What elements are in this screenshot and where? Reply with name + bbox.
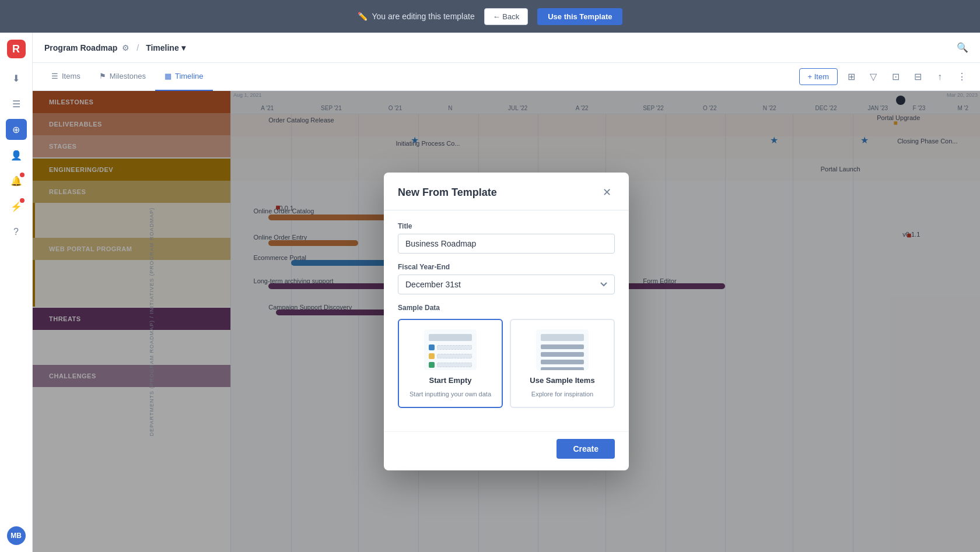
- preview-filled-2: [541, 352, 584, 357]
- sidebar-item-bell[interactable]: 🔔: [6, 170, 27, 191]
- preview-sample-rows: [536, 344, 589, 370]
- tab-milestones-label: Milestones: [110, 72, 146, 80]
- tab-bar: ☰ Items ⚑ Milestones ▦ Timeline + Item ⊞…: [33, 63, 980, 91]
- chevron-down-icon: ▾: [181, 43, 186, 52]
- option-start-empty-name: Start Empty: [429, 376, 472, 385]
- bell-notification-dot: [20, 173, 24, 177]
- sidebar-item-download[interactable]: ⬇: [6, 68, 27, 89]
- flag-icon: ⚑: [99, 72, 106, 80]
- preview-sample-bar-top: [541, 334, 584, 341]
- app-header: Program Roadmap ⚙ / Timeline ▾ 🔍: [33, 33, 980, 63]
- app-shell: R ⬇ ☰ ⊕ 👤 🔔 ⚡ ? MB Program Roadmap ⚙ / T…: [0, 33, 980, 552]
- fiscal-year-select[interactable]: December 31st March 31st June 30th Septe…: [398, 275, 615, 294]
- option-start-empty-desc: Start inputting your own data: [410, 391, 491, 398]
- breadcrumb-project: Program Roadmap: [44, 43, 117, 52]
- fiscal-year-label: Fiscal Year-End: [398, 263, 615, 271]
- back-button[interactable]: ← Back: [484, 8, 528, 25]
- banner-text: ✏️ You are editing this template: [358, 12, 475, 21]
- group-icon[interactable]: ⊡: [887, 68, 904, 86]
- preview-dot-blue: [429, 344, 435, 350]
- preview-row-1: [429, 344, 472, 350]
- top-banner: ✏️ You are editing this template ← Back …: [0, 0, 980, 33]
- timeline-icon: ▦: [164, 72, 172, 80]
- option-use-sample[interactable]: Use Sample Items Explore for inspiration: [510, 319, 615, 408]
- add-item-button[interactable]: + Item: [799, 68, 838, 85]
- modal-header: New From Template ✕: [384, 173, 629, 210]
- banner-editing-text: You are editing this template: [372, 12, 475, 21]
- filter-icon[interactable]: ▽: [864, 68, 882, 86]
- pencil-icon: ✏️: [358, 12, 368, 21]
- bolt-notification-dot: [20, 198, 24, 203]
- left-sidebar: R ⬇ ☰ ⊕ 👤 🔔 ⚡ ? MB: [0, 33, 33, 552]
- layout-icon[interactable]: ⊟: [909, 68, 926, 86]
- sidebar-item-bolt[interactable]: ⚡: [6, 196, 27, 217]
- preview-start-empty: [424, 329, 477, 370]
- preview-sample-row-2: [541, 352, 584, 357]
- tab-milestones[interactable]: ⚑ Milestones: [90, 63, 155, 91]
- sample-options: Start Empty Start inputting your own dat…: [398, 319, 615, 408]
- sidebar-item-help[interactable]: ?: [6, 221, 27, 242]
- preview-row-3: [429, 362, 472, 368]
- preview-sample-row-4: [541, 367, 584, 370]
- preview-dot-yellow: [429, 353, 435, 359]
- preview-filled-4: [541, 367, 584, 370]
- modal-body: Title Fiscal Year-End December 31st Marc…: [384, 210, 629, 431]
- create-button[interactable]: Create: [556, 439, 615, 459]
- timeline-area: DEPARTMENTS (PROGRAM ROADMAP) / INITIATI…: [33, 91, 980, 552]
- sidebar-item-menu[interactable]: ☰: [6, 93, 27, 114]
- more-icon[interactable]: ⋮: [953, 68, 971, 86]
- tab-items-label: Items: [62, 72, 80, 80]
- preview-filled-3: [541, 360, 584, 364]
- modal-title: New From Template: [398, 187, 497, 199]
- preview-line-2: [437, 354, 472, 358]
- preview-line-1: [437, 345, 472, 350]
- sample-data-label: Sample Data: [398, 304, 615, 312]
- option-use-sample-desc: Explore for inspiration: [531, 391, 593, 398]
- preview-bar-top: [429, 334, 472, 341]
- new-from-template-modal: New From Template ✕ Title Fiscal Year-En…: [384, 173, 629, 470]
- preview-filled-1: [541, 344, 584, 349]
- settings-icon[interactable]: ⚙: [122, 43, 130, 52]
- tab-items[interactable]: ☰ Items: [42, 63, 90, 91]
- use-template-button[interactable]: Use this Template: [537, 8, 622, 25]
- breadcrumb-view-label: Timeline: [146, 43, 179, 52]
- option-start-empty[interactable]: Start Empty Start inputting your own dat…: [398, 319, 503, 408]
- preview-sample-row-1: [541, 344, 584, 349]
- title-label: Title: [398, 222, 615, 230]
- tab-actions: + Item ⊞ ▽ ⊡ ⊟ ↑ ⋮: [799, 68, 971, 86]
- sidebar-item-person[interactable]: 👤: [6, 145, 27, 166]
- sidebar-item-circle-menu[interactable]: ⊕: [6, 119, 27, 140]
- tab-timeline[interactable]: ▦ Timeline: [155, 63, 213, 91]
- preview-sample-row-3: [541, 360, 584, 364]
- option-use-sample-name: Use Sample Items: [530, 376, 594, 385]
- export-icon[interactable]: ↑: [931, 68, 949, 86]
- avatar[interactable]: MB: [7, 526, 26, 545]
- modal-overlay: New From Template ✕ Title Fiscal Year-En…: [33, 91, 980, 552]
- modal-close-button[interactable]: ✕: [598, 184, 615, 201]
- breadcrumb-separator: /: [136, 43, 139, 52]
- main-content: Program Roadmap ⚙ / Timeline ▾ 🔍 ☰ Items…: [33, 33, 980, 552]
- list-icon: ☰: [51, 72, 58, 80]
- title-input[interactable]: [398, 234, 615, 254]
- app-logo[interactable]: R: [7, 40, 26, 58]
- tab-timeline-label: Timeline: [175, 72, 204, 80]
- preview-row-2: [429, 353, 472, 359]
- preview-line-3: [437, 363, 472, 367]
- modal-footer: Create: [384, 431, 629, 470]
- filter-columns-icon[interactable]: ⊞: [842, 68, 860, 86]
- preview-use-sample: [536, 329, 589, 370]
- search-icon[interactable]: 🔍: [957, 42, 968, 53]
- preview-rows: [424, 344, 477, 368]
- preview-dot-green: [429, 362, 435, 368]
- breadcrumb-view[interactable]: Timeline ▾: [146, 43, 186, 52]
